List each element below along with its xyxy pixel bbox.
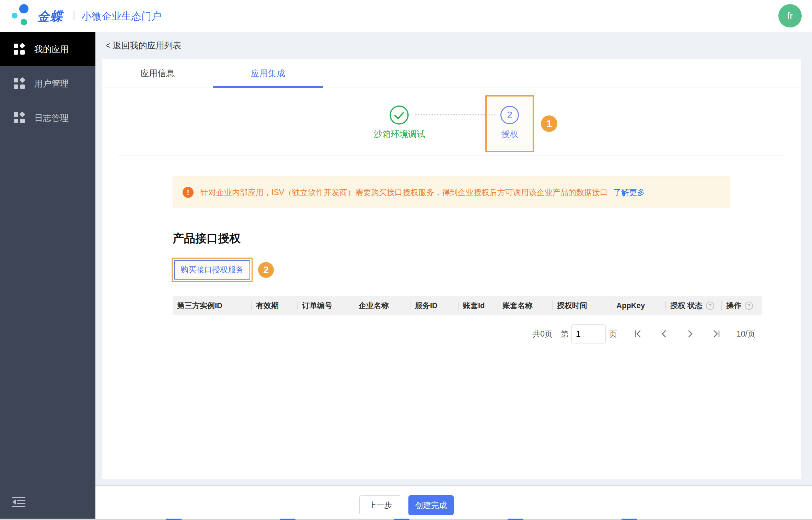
brand-name: 金蝶 [37, 8, 63, 25]
pagination-prefix: 第 [561, 329, 569, 339]
help-icon[interactable]: ? [745, 302, 753, 310]
sidebar: 我的应用 用户管理 日志管理 [0, 32, 95, 519]
tab-app-integration[interactable]: 应用集成 [213, 59, 323, 88]
pagination: 共0页 第 页 [532, 324, 755, 344]
strip-segment [280, 519, 295, 520]
app-grid-icon [13, 77, 25, 90]
table-header: 第三方实例ID 有效期 订单编号 企业名称 服务ID 账套Id 账套名称 授权时… [173, 296, 762, 315]
step-connector [415, 114, 496, 115]
back-to-app-list-link[interactable]: < 返回我的应用列表 [105, 40, 182, 51]
strip-segment [166, 519, 182, 520]
brand-separator: | [73, 10, 75, 21]
app-grid-icon [13, 43, 25, 55]
notice-text: 针对企业内部应用，ISV（独立软件开发商）需要购买接口授权服务，得到企业授权后方… [200, 187, 608, 198]
kingdee-logo-icon [12, 4, 34, 27]
annotation-badge-1: 1 [541, 115, 557, 132]
previous-page-button[interactable] [659, 329, 669, 339]
content-card: 应用信息 应用集成 沙箱环境调试 2 授权 1 ! 针对企业内部应用，ISV（独… [102, 59, 801, 479]
page: 金蝶 | 小微企业生态门户 fr 我的应用 用户管理 [0, 0, 812, 520]
page-size-label: 10/页 [736, 329, 755, 339]
create-complete-button[interactable]: 创建完成 [408, 495, 454, 515]
step-done-check-icon [389, 105, 409, 125]
last-page-button[interactable] [711, 329, 721, 339]
column-authorization-status: 授权 状态 ? [666, 296, 722, 315]
pagination-suffix: 页 [609, 329, 617, 339]
strip-segment [394, 519, 409, 520]
column-actions: 操作 ? [722, 296, 762, 315]
app-header: 金蝶 | 小微企业生态门户 fr [0, 0, 812, 32]
sidebar-item-label: 我的应用 [34, 44, 69, 55]
logo-dot-cyan [12, 13, 18, 19]
bottom-edge-strip [0, 519, 812, 520]
sidebar-item-log-management[interactable]: 日志管理 [0, 101, 95, 135]
first-page-button[interactable] [633, 329, 643, 339]
page-number-input[interactable] [571, 324, 606, 343]
portal-title: 小微企业生态门户 [82, 10, 161, 23]
learn-more-link[interactable]: 了解更多 [613, 187, 645, 198]
sidebar-item-my-apps[interactable]: 我的应用 [0, 32, 95, 66]
column-order-number: 订单编号 [298, 296, 354, 315]
user-avatar[interactable]: fr [778, 4, 802, 27]
tab-app-info[interactable]: 应用信息 [102, 59, 213, 88]
sidebar-item-user-management[interactable]: 用户管理 [0, 66, 95, 101]
notice-banner: ! 针对企业内部应用，ISV（独立软件开发商）需要购买接口授权服务，得到企业授权… [173, 177, 730, 208]
column-company-name: 企业名称 [354, 296, 410, 315]
sidebar-item-label: 用户管理 [34, 78, 69, 89]
column-account-set-name: 账套名称 [498, 296, 553, 315]
strip-segment [622, 519, 637, 520]
column-service-id: 服务ID [410, 296, 459, 315]
logo-dot-teal [21, 19, 27, 25]
sidebar-footer [0, 485, 95, 519]
next-page-button[interactable] [685, 329, 695, 339]
annotation-box-buy-button: 购买接口授权服务 [172, 258, 253, 282]
column-validity-period: 有效期 [252, 296, 298, 315]
column-authorization-time: 授权时间 [553, 296, 612, 315]
buy-row: 购买接口授权服务 2 [172, 258, 274, 282]
column-appkey: AppKey [612, 296, 666, 315]
step2-label: 授权 [487, 128, 533, 140]
tab-bar: 应用信息 应用集成 [102, 59, 801, 88]
collapse-sidebar-icon[interactable] [11, 496, 26, 508]
wizard-footer: 上一步 创建完成 [95, 485, 812, 519]
app-grid-icon [13, 112, 25, 124]
step2-circle: 2 [500, 106, 519, 124]
section-title: 产品接口授权 [173, 231, 241, 246]
strip-segment [508, 519, 523, 520]
annotation-badge-2: 2 [258, 262, 274, 278]
help-icon[interactable]: ? [706, 302, 714, 310]
stepper-divider [118, 156, 786, 156]
previous-step-button[interactable]: 上一步 [359, 495, 401, 515]
logo-dot-blue [19, 4, 28, 13]
pagination-total: 共0页 [532, 329, 553, 339]
column-third-party-instance-id: 第三方实例ID [173, 296, 252, 315]
step1-label: 沙箱环境调试 [363, 128, 436, 140]
main-content: < 返回我的应用列表 应用信息 应用集成 沙箱环境调试 2 授权 1 ! 针对企… [95, 32, 812, 519]
sidebar-item-label: 日志管理 [34, 112, 69, 124]
buy-authorization-button[interactable]: 购买接口授权服务 [174, 260, 250, 280]
warning-icon: ! [183, 187, 194, 198]
column-account-set-id: 账套Id [459, 296, 498, 315]
breadcrumb: < 返回我的应用列表 [95, 32, 812, 59]
